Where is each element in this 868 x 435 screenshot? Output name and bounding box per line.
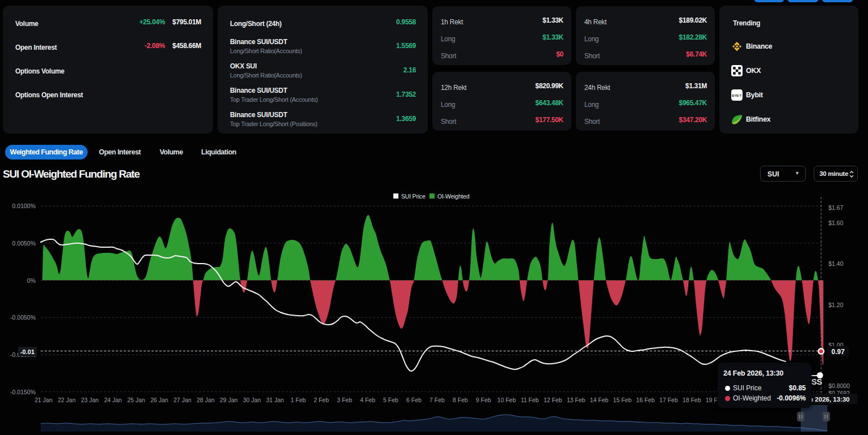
svg-text:17 Feb: 17 Feb xyxy=(659,397,678,403)
svg-text:-0.0050%: -0.0050% xyxy=(10,314,36,321)
svg-text:18 Feb: 18 Feb xyxy=(683,397,701,403)
svg-text:0.97: 0.97 xyxy=(831,348,845,356)
svg-text:$1.60: $1.60 xyxy=(828,219,843,226)
svg-text:0.0100%: 0.0100% xyxy=(12,203,36,209)
svg-text:24 Jan: 24 Jan xyxy=(104,397,122,403)
svg-text:22 Jan: 22 Jan xyxy=(58,397,76,403)
svg-text:28 Jan: 28 Jan xyxy=(197,397,215,403)
svg-text:4 Feb: 4 Feb xyxy=(360,397,375,403)
svg-text:3 Feb: 3 Feb xyxy=(337,397,352,403)
svg-text:13 Feb: 13 Feb xyxy=(567,397,585,403)
svg-text:26 Jan: 26 Jan xyxy=(150,397,168,403)
svg-text:2 Feb: 2 Feb xyxy=(314,397,329,403)
svg-text:$1.40: $1.40 xyxy=(828,260,843,267)
svg-text:OI-Weighted: OI-Weighted xyxy=(437,193,470,200)
svg-text:1 Feb: 1 Feb xyxy=(290,397,306,403)
svg-text:$1.20: $1.20 xyxy=(828,302,843,308)
svg-text:0.0050%: 0.0050% xyxy=(12,240,36,247)
svg-text:12 Feb: 12 Feb xyxy=(544,397,562,403)
svg-text:31 Jan: 31 Jan xyxy=(266,397,284,403)
svg-text:$1.67: $1.67 xyxy=(828,204,843,211)
svg-text:14 Feb: 14 Feb xyxy=(590,397,609,403)
svg-text:29 Jan: 29 Jan xyxy=(220,397,238,403)
svg-text:SUI Price: SUI Price xyxy=(401,193,426,200)
svg-text:9 Feb: 9 Feb xyxy=(476,397,491,403)
svg-text:27 Jan: 27 Jan xyxy=(173,397,192,403)
svg-text:0%: 0% xyxy=(27,277,36,284)
svg-text:$0.8000: $0.8000 xyxy=(828,382,850,389)
svg-text:5 Feb: 5 Feb xyxy=(383,397,398,403)
svg-text:10 Feb: 10 Feb xyxy=(497,397,516,403)
svg-text:-0.01: -0.01 xyxy=(20,348,34,355)
svg-text:11 Feb: 11 Feb xyxy=(520,397,539,403)
svg-text:-0.0150%: -0.0150% xyxy=(10,389,36,395)
svg-text:25 Jan: 25 Jan xyxy=(127,397,145,403)
svg-text:16 Feb: 16 Feb xyxy=(636,397,655,403)
svg-text:21 Jan: 21 Jan xyxy=(34,397,53,403)
svg-text:15 Feb: 15 Feb xyxy=(613,397,632,403)
svg-text:30 Jan: 30 Jan xyxy=(243,397,261,403)
svg-text:7 Feb: 7 Feb xyxy=(429,397,445,403)
svg-text:8 Feb: 8 Feb xyxy=(453,397,468,403)
svg-text:6 Feb: 6 Feb xyxy=(406,397,422,403)
svg-text:23 Jan: 23 Jan xyxy=(81,397,99,403)
